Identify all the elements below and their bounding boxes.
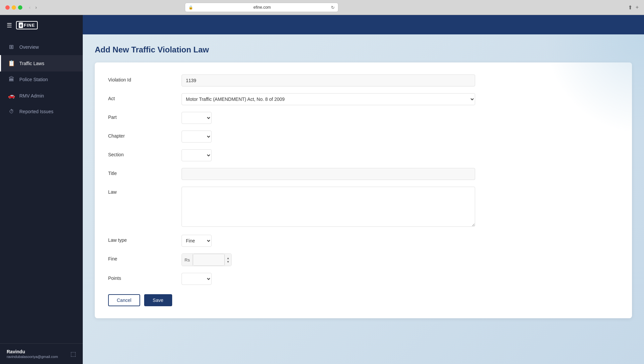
forward-button[interactable]: › <box>34 4 38 11</box>
part-control <box>182 112 475 124</box>
title-label: Title <box>108 168 175 176</box>
form-card: Violation Id Act Motor Traffic (AMENDMEN… <box>95 62 632 318</box>
points-select[interactable] <box>182 273 212 285</box>
act-select[interactable]: Motor Traffic (AMENDMENT) Act, No. 8 of … <box>182 93 475 105</box>
fine-label: Fine <box>108 253 175 261</box>
overview-icon: ⊞ <box>8 43 15 50</box>
fine-number-input[interactable] <box>193 254 225 266</box>
fine-prefix: Rs <box>182 254 193 266</box>
browser-chrome: ‹ › 🔒 efine.com ↻ ⬆ + <box>0 0 644 15</box>
content-area: Add New Traffic Violation Law Violation … <box>83 34 644 364</box>
save-button[interactable]: Save <box>144 294 172 306</box>
user-email: ravindubalasooriya@gmail.com <box>7 355 66 359</box>
law-control <box>182 187 475 228</box>
law-type-label: Law type <box>108 235 175 243</box>
logout-button[interactable]: ⬚ <box>70 350 76 358</box>
title-input[interactable] <box>182 168 475 180</box>
main-content: Add New Traffic Violation Law Violation … <box>83 15 644 364</box>
law-textarea[interactable] <box>182 187 475 227</box>
traffic-lights <box>5 5 22 10</box>
part-select[interactable] <box>182 112 212 124</box>
logo-e: e <box>19 22 23 28</box>
browser-actions: ⬆ + <box>628 4 639 11</box>
hamburger-button[interactable]: ☰ <box>7 22 12 29</box>
form-actions: Cancel Save <box>108 294 619 306</box>
sidebar-item-traffic-laws[interactable]: 📋 Traffic Laws <box>0 55 83 71</box>
rmv-admin-icon: 🚗 <box>8 92 15 99</box>
back-button[interactable]: ‹ <box>28 4 32 11</box>
section-label: Section <box>108 149 175 157</box>
stepper-up-icon: ▲ <box>227 256 230 260</box>
page-title: Add New Traffic Violation Law <box>95 45 632 54</box>
sidebar-item-reported-issues[interactable]: ⏱ Reported Issues <box>0 104 83 119</box>
share-icon[interactable]: ⬆ <box>628 4 632 11</box>
violation-id-input[interactable] <box>182 74 475 86</box>
traffic-laws-label: Traffic Laws <box>19 61 44 66</box>
new-tab-icon[interactable]: + <box>636 4 639 10</box>
fine-input-group: Rs ▲ ▼ <box>182 253 232 266</box>
act-row: Act Motor Traffic (AMENDMENT) Act, No. 8… <box>108 93 619 105</box>
law-label: Law <box>108 187 175 195</box>
logo: e FINE <box>16 21 38 29</box>
violation-id-row: Violation Id <box>108 74 619 86</box>
maximize-button[interactable] <box>18 5 22 10</box>
violation-id-control <box>182 74 475 86</box>
chapter-control <box>182 131 475 143</box>
chapter-label: Chapter <box>108 131 175 139</box>
url-text: efine.com <box>195 5 329 10</box>
part-label: Part <box>108 112 175 120</box>
fine-stepper[interactable]: ▲ ▼ <box>225 254 231 266</box>
chapter-row: Chapter <box>108 131 619 143</box>
points-row: Points <box>108 273 619 285</box>
points-label: Points <box>108 273 175 281</box>
section-row: Section <box>108 149 619 161</box>
title-control <box>182 168 475 180</box>
minimize-button[interactable] <box>12 5 16 10</box>
user-info: Ravindu ravindubalasooriya@gmail.com <box>7 349 66 359</box>
law-type-row: Law type Fine Points Both <box>108 235 619 247</box>
sidebar-nav: ⊞ Overview 📋 Traffic Laws 🏛 Police Stati… <box>0 35 83 343</box>
sidebar-item-rmv-admin[interactable]: 🚗 RMV Admin <box>0 87 83 104</box>
user-name: Ravindu <box>7 349 66 354</box>
act-label: Act <box>108 93 175 101</box>
lock-icon: 🔒 <box>189 5 193 10</box>
law-type-select[interactable]: Fine Points Both <box>182 235 212 247</box>
law-type-control: Fine Points Both <box>182 235 475 247</box>
police-station-label: Police Station <box>19 77 48 82</box>
sidebar: ☰ e FINE ⊞ Overview 📋 Traffic Laws 🏛 Pol… <box>0 15 83 364</box>
sidebar-item-overview[interactable]: ⊞ Overview <box>0 39 83 55</box>
points-control <box>182 273 475 285</box>
traffic-laws-icon: 📋 <box>8 60 15 67</box>
section-select[interactable] <box>182 149 212 161</box>
law-row: Law <box>108 187 619 228</box>
cancel-button[interactable]: Cancel <box>108 294 140 306</box>
police-station-icon: 🏛 <box>8 76 15 83</box>
section-control <box>182 149 475 161</box>
logo-name: FINE <box>24 23 35 28</box>
act-control: Motor Traffic (AMENDMENT) Act, No. 8 of … <box>182 93 475 105</box>
sidebar-header: ☰ e FINE <box>0 15 83 35</box>
reload-button[interactable]: ↻ <box>331 5 335 10</box>
rmv-admin-label: RMV Admin <box>19 93 44 99</box>
top-bar <box>83 15 644 34</box>
fine-control: Rs ▲ ▼ <box>182 253 475 266</box>
overview-label: Overview <box>19 44 39 50</box>
sidebar-footer: Ravindu ravindubalasooriya@gmail.com ⬚ <box>0 343 83 364</box>
sidebar-item-police-station[interactable]: 🏛 Police Station <box>0 71 83 87</box>
stepper-down-icon: ▼ <box>227 260 230 263</box>
reported-issues-icon: ⏱ <box>8 109 15 114</box>
nav-arrows: ‹ › <box>28 4 38 11</box>
chapter-select[interactable] <box>182 131 212 143</box>
close-button[interactable] <box>5 5 10 10</box>
address-bar[interactable]: 🔒 efine.com ↻ <box>185 3 338 12</box>
title-row: Title <box>108 168 619 180</box>
reported-issues-label: Reported Issues <box>19 109 53 114</box>
violation-id-label: Violation Id <box>108 74 175 82</box>
fine-row: Fine Rs ▲ ▼ <box>108 253 619 266</box>
part-row: Part <box>108 112 619 124</box>
